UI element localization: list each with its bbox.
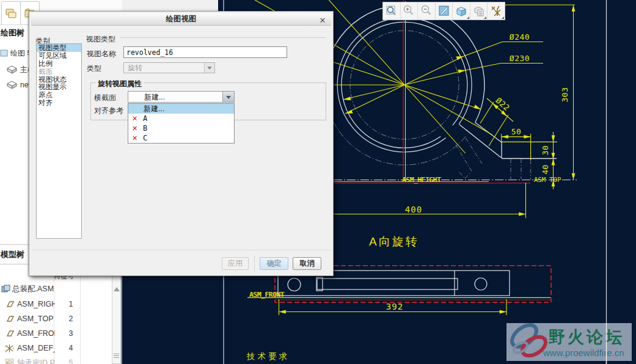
model-tree-row-part[interactable]: 轴承密ID P 5 [0,355,111,364]
watermark: 野火论坛 www.proewildfire.cn [506,321,632,361]
tag-asm-top[interactable]: ASM TOP [534,176,561,183]
model-tree-scrollbar[interactable] [112,264,121,364]
tag-asm-front[interactable]: ASM_FRONT [249,291,285,299]
delete-x-icon[interactable]: ✕ [132,123,137,133]
drawing-view-dialog: 绘图视图 ✕ 类别 视图类型 可见区域 比例 截面 视图状态 视图显示 原点 对… [29,11,334,276]
category-scale[interactable]: 比例 [37,60,81,68]
cancel-button[interactable]: 取消 [293,257,321,270]
rotation-props-legend: 旋转视图属性 [95,79,144,89]
tech-note[interactable]: 技术要求 [246,352,290,361]
model-tree-row-asm-right[interactable]: ASM_RIGHT 1 [0,297,111,311]
button-divider [254,255,255,272]
dropdown-item-a[interactable]: ✕ A [128,114,234,123]
svg-text:x: x [13,346,15,350]
datum-plane-icon [5,329,15,338]
tab-drawing-tree[interactable] [1,1,21,24]
align-ref-label: 对齐参考 [94,106,123,116]
dialog-title: 绘图视图 [166,15,197,23]
assembly-icon [1,285,10,294]
category-view-display[interactable]: 视图显示 [37,83,81,91]
model-icon [5,79,18,90]
display-style-icon-button[interactable] [470,2,488,20]
datum-display-icon [489,4,503,18]
shaded-view-icon [455,4,468,18]
apply-button[interactable]: 应用 [222,257,249,270]
close-icon[interactable]: ✕ [318,16,327,26]
app-toolbar-strip [122,0,218,11]
model-tree-panel: 特征号 总装配.ASM ASM_RIGHT 1 ASM_TOP 2 [0,264,121,364]
folders-icon [4,7,18,20]
category-view-state[interactable]: 视图状态 [37,76,81,84]
cross-section-dropdown: 新建... ✕ A ✕ B ✕ C [128,103,235,144]
group-rule [120,37,326,38]
chevron-down-icon [222,92,234,102]
category-view-type[interactable]: 视图类型 [37,44,81,52]
category-alignment[interactable]: 对齐 [37,99,81,107]
cross-section-value: 新建... [144,92,165,103]
dialog-titlebar[interactable]: 绘图视图 ✕ [31,13,331,26]
dim-40[interactable]: 40 [541,164,550,175]
type-combobox[interactable]: 旋转 [123,62,215,73]
view-toolbar [382,2,505,20]
zoom-in-icon [402,4,415,18]
dropdown-caret-icon [484,16,486,19]
delete-x-icon[interactable]: ✕ [132,114,137,123]
csys-icon: y z x [5,344,15,353]
scrollbar-up-icon[interactable] [114,287,120,291]
drawing-tree-title: 绘图树 [1,27,24,38]
datum-display-icon-button[interactable] [488,2,505,20]
datum-plane-icon [5,300,15,308]
dim-d240[interactable]: Ø240 [510,32,530,42]
model-tree-row-assembly[interactable]: 总装配.ASM [0,282,111,296]
group-title: 视图类型 [86,34,115,45]
display-style-icon [472,4,486,18]
dim-50[interactable]: 50 [511,127,522,136]
category-list: 视图类型 可见区域 比例 截面 视图状态 视图显示 原点 对齐 [36,43,82,239]
view-name-input[interactable]: revolved_16 [123,46,287,58]
category-visible-area[interactable]: 可见区域 [37,52,81,60]
dropdown-item-b[interactable]: ✕ B [128,123,234,133]
scrollbar-grip[interactable] [114,352,119,359]
delete-x-icon[interactable]: ✕ [132,133,137,143]
datum-plane-icon [5,315,15,323]
type-label: 类型 [87,64,101,74]
dropdown-caret-icon [502,16,504,19]
model-tree-row-asm-def-csys[interactable]: y z x ASM_DEF_ 4 [0,341,111,355]
repaint-icon [437,4,451,18]
dim-392[interactable]: 392 [386,302,403,311]
ok-button[interactable]: 确定 [260,257,288,270]
watermark-url: www.proewildfire.cn [543,348,624,358]
zoom-in-icon-button[interactable] [401,2,419,20]
chevron-down-icon [204,63,214,73]
dim-30[interactable]: 30 [541,145,550,156]
zoom-out-icon-button[interactable] [418,2,436,20]
zoom-out-icon [420,4,433,18]
dropdown-item-c[interactable]: ✕ C [128,133,234,143]
view-name-label: 视图名称 [87,49,116,59]
view-label[interactable]: A向旋转 [369,235,419,248]
type-value: 旋转 [128,63,142,73]
category-origin[interactable]: 原点 [37,91,81,99]
dropdown-item-new[interactable]: 新建... [128,104,234,114]
zoom-box-icon-button[interactable] [383,2,401,20]
dropdown-caret-icon [467,16,469,19]
button-separator-rule [32,250,332,250]
model-icon [5,64,18,75]
repaint-icon-button[interactable] [436,2,453,20]
dim-303[interactable]: 303 [560,87,569,103]
cross-section-combobox[interactable]: 新建... [128,91,235,103]
part-icon [5,359,15,364]
shaded-view-icon-button[interactable] [453,2,470,20]
tag-asm-height[interactable]: ASM_HEIGHT [402,176,441,184]
dim-400[interactable]: 400 [405,205,422,214]
watermark-title: 野火论坛 [549,328,624,346]
model-tree-row-asm-front[interactable]: ASM_FRONT 3 [0,326,111,341]
zoom-box-icon [385,4,398,18]
dim-d230[interactable]: Ø230 [510,54,530,63]
category-section[interactable]: 截面 [37,68,81,76]
model-tree-row-asm-top[interactable]: ASM_TOP 2 [0,311,111,326]
drawing-sheet-icon [0,49,9,57]
cross-section-label: 横截面 [94,93,116,103]
